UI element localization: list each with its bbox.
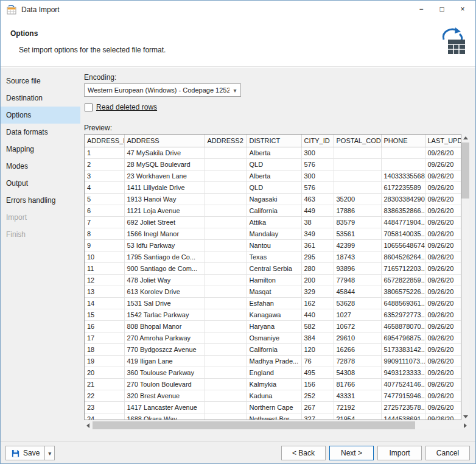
cell: 09/26/20 bbox=[425, 320, 461, 332]
table-row[interactable]: 228 MySQL BoulevardQLD57609/26/20 bbox=[85, 158, 461, 170]
cell: 1411 Lillydale Drive bbox=[124, 181, 205, 193]
column-header[interactable]: DISTRICT bbox=[247, 135, 301, 147]
table-row[interactable]: 241688 Okara WayNothwest Bor...327219541… bbox=[85, 413, 461, 420]
cell: 5173383142... bbox=[381, 343, 425, 355]
import-button[interactable]: Import bbox=[377, 446, 422, 460]
column-header[interactable]: ADDRESS2 bbox=[205, 135, 247, 147]
cell: 156 bbox=[301, 378, 334, 390]
cell bbox=[334, 170, 381, 181]
cell: 1417 Lancaster Avenue bbox=[124, 401, 205, 413]
table-row[interactable]: 231417 Lancaster AvenueNorthern Cape2677… bbox=[85, 401, 461, 413]
table-row[interactable]: 953 Idfu ParkwayNantou361423991065564867… bbox=[85, 239, 461, 251]
cell: 4658878070... bbox=[381, 320, 425, 332]
scroll-down-icon[interactable] bbox=[461, 413, 469, 421]
cell: 576 bbox=[301, 158, 334, 170]
sidebar-item-source-file[interactable]: Source file bbox=[1, 72, 80, 90]
table-row[interactable]: 13613 Korolev DriveMasqat329458443806575… bbox=[85, 286, 461, 297]
read-deleted-rows-checkbox[interactable] bbox=[85, 104, 93, 111]
cell: 09/26/20 bbox=[425, 205, 461, 216]
cell: 9909111073... bbox=[381, 355, 425, 367]
cell: 09/26/20 bbox=[425, 216, 461, 228]
table-row[interactable]: 19419 Iligan LaneMadhya Prade...76728789… bbox=[85, 355, 461, 367]
scroll-left-icon[interactable] bbox=[84, 421, 92, 429]
table-row[interactable]: 21270 Toulon BoulevardKalmykia1568176640… bbox=[85, 378, 461, 390]
cell: 1444538691 bbox=[381, 413, 425, 420]
sidebar-item-options[interactable]: Options bbox=[1, 107, 80, 124]
table-row[interactable]: 61121 Loja AvenueCalifornia4491788683863… bbox=[85, 205, 461, 216]
table-row[interactable]: 141531 Sal DriveEsfahan16253628648856936… bbox=[85, 297, 461, 309]
vertical-scrollbar[interactable] bbox=[461, 134, 469, 421]
vertical-scrollbar-thumb[interactable] bbox=[461, 142, 469, 199]
sidebar-item-destination[interactable]: Destination bbox=[1, 90, 80, 107]
cell: 295 bbox=[301, 251, 334, 262]
cancel-button[interactable]: Cancel bbox=[425, 446, 470, 460]
table-row[interactable]: 12478 Joliet WayHamilton2007794865728228… bbox=[85, 274, 461, 286]
column-header[interactable]: CITY_ID bbox=[301, 135, 334, 147]
sidebar-item-data-formats[interactable]: Data formats bbox=[1, 124, 80, 141]
cell: 478 Joliet Way bbox=[124, 274, 205, 286]
scroll-right-icon[interactable] bbox=[461, 421, 469, 429]
table-row[interactable]: 81566 Inegl ManorMandalay349535617058140… bbox=[85, 228, 461, 239]
table-row[interactable]: 22320 Brest AvenueKaduna2524333174779159… bbox=[85, 390, 461, 401]
cell: 1795 Santiago de Co... bbox=[124, 251, 205, 262]
table-row[interactable]: 147 MySakila DriveAlberta30009/26/20 bbox=[85, 147, 461, 158]
cell: Attika bbox=[247, 216, 301, 228]
column-header[interactable]: PHONE bbox=[381, 135, 425, 147]
table-row[interactable]: 17270 Amroha ParkwayOsmaniye384296106954… bbox=[85, 332, 461, 343]
table-row[interactable]: 7692 Joliet StreetAttika3883579448477190… bbox=[85, 216, 461, 228]
cell bbox=[205, 390, 247, 401]
cell: 120 bbox=[301, 343, 334, 355]
horizontal-scrollbar[interactable] bbox=[84, 421, 469, 429]
cell: 28 MySQL Boulevard bbox=[124, 158, 205, 170]
save-button[interactable]: Save bbox=[6, 446, 44, 460]
column-header[interactable]: POSTAL_COD bbox=[334, 135, 381, 147]
cell: 770 Bydgoszcz Avenue bbox=[124, 343, 205, 355]
sidebar-item-output[interactable]: Output bbox=[1, 175, 80, 192]
table-row[interactable]: 16808 Bhopal ManorHaryana582106724658878… bbox=[85, 320, 461, 332]
cell: 09/26/20 bbox=[425, 332, 461, 343]
table-row[interactable]: 51913 Hanoi WayNagasaki46335200283033842… bbox=[85, 193, 461, 205]
cell: 3 bbox=[85, 170, 124, 181]
cell: Nantou bbox=[247, 239, 301, 251]
table-row[interactable]: 18770 Bydgoszcz AvenueCalifornia12016266… bbox=[85, 343, 461, 355]
encoding-dropdown[interactable]: Western European (Windows) - Codepage 12… bbox=[84, 83, 241, 97]
table-row[interactable]: 101795 Santiago de Co...Texas29518743860… bbox=[85, 251, 461, 262]
horizontal-scrollbar-thumb[interactable] bbox=[93, 421, 415, 429]
close-button[interactable]: × bbox=[452, 1, 473, 18]
maximize-button[interactable]: □ bbox=[432, 1, 452, 18]
column-header[interactable]: LAST_UPDAT bbox=[425, 135, 461, 147]
sidebar-item-mapping[interactable]: Mapping bbox=[1, 141, 80, 158]
cell: 20 bbox=[85, 367, 124, 378]
cell: 280 bbox=[301, 262, 334, 274]
cell: 09/26/20 bbox=[425, 239, 461, 251]
back-button[interactable]: < Back bbox=[281, 446, 326, 460]
cell: 900 Santiago de Com... bbox=[124, 262, 205, 274]
cell: Esfahan bbox=[247, 297, 301, 309]
cell: 09/26/20 bbox=[425, 378, 461, 390]
cell: 495 bbox=[301, 367, 334, 378]
table-row[interactable]: 11900 Santiago de Com...Central Serbia28… bbox=[85, 262, 461, 274]
table-row[interactable]: 41411 Lillydale DriveQLD576617223558909/… bbox=[85, 181, 461, 193]
table-row[interactable]: 151542 Tarlac ParkwayKanagawa44010276352… bbox=[85, 309, 461, 320]
cell: 17886 bbox=[334, 205, 381, 216]
column-header[interactable]: ADDRESS_ID bbox=[85, 135, 124, 147]
minimize-button[interactable]: − bbox=[411, 1, 432, 18]
next-button[interactable]: Next > bbox=[329, 446, 374, 460]
sidebar-item-modes[interactable]: Modes bbox=[1, 158, 80, 175]
column-header[interactable]: ADDRESS bbox=[124, 135, 205, 147]
save-dropdown-button[interactable]: ▾ bbox=[44, 446, 54, 460]
scroll-up-icon[interactable] bbox=[461, 134, 469, 142]
preview-grid[interactable]: ADDRESS_IDADDRESSADDRESS2DISTRICTCITY_ID… bbox=[84, 134, 461, 420]
cell: 24 bbox=[85, 413, 124, 420]
table-row[interactable]: 20360 Toulouse ParkwayEngland49554308949… bbox=[85, 367, 461, 378]
cell: 38 bbox=[301, 216, 334, 228]
sidebar-item-errors-handling[interactable]: Errors handling bbox=[1, 192, 80, 209]
cell: 23 bbox=[85, 401, 124, 413]
cell: Alberta bbox=[247, 170, 301, 181]
cell: 15 bbox=[85, 309, 124, 320]
cell: 360 Toulouse Parkway bbox=[124, 367, 205, 378]
read-deleted-rows-label: Read deleted rows bbox=[96, 103, 157, 111]
cell: 613 Korolev Drive bbox=[124, 286, 205, 297]
cell: 14033335568 bbox=[381, 170, 425, 181]
table-row[interactable]: 323 Workhaven LaneAlberta300140333355680… bbox=[85, 170, 461, 181]
